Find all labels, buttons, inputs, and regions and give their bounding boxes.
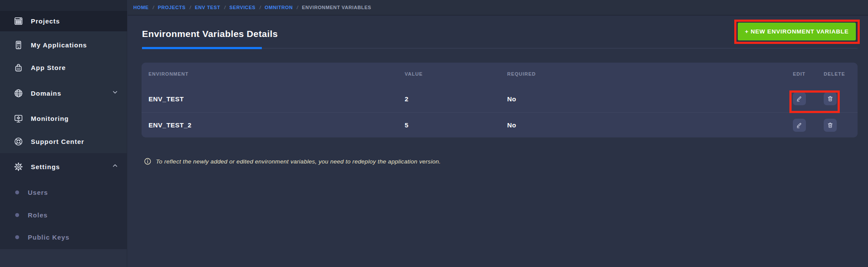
- sidebar-subitem-users[interactable]: Users: [0, 184, 127, 201]
- edit-button[interactable]: [793, 119, 806, 132]
- column-header-edit: EDIT: [793, 63, 805, 85]
- breadcrumb-separator: /: [224, 5, 225, 10]
- sidebar-item-my-applications[interactable]: My Applications: [0, 33, 127, 56]
- pencil-icon: [796, 122, 803, 129]
- sidebar-subitem-public-keys[interactable]: Public Keys: [0, 228, 127, 246]
- sidebar-item-app-store[interactable]: App Store: [0, 56, 127, 79]
- redeploy-note-text: To reflect the newly added or edited env…: [156, 158, 441, 165]
- trash-icon: [827, 122, 834, 129]
- domains-icon: [13, 88, 23, 98]
- title-accent-underline: [142, 47, 262, 49]
- cell-value: 2: [405, 85, 409, 112]
- breadcrumb-link-omnitron[interactable]: OMNITRON: [265, 5, 293, 10]
- cell-delete: [824, 113, 837, 137]
- cell-required: No: [507, 113, 516, 137]
- column-header-value: VALUE: [405, 63, 422, 85]
- breadcrumb-current: ENVIRONMENT VARIABLES: [302, 5, 371, 10]
- cell-environment: ENV_TEST_2: [149, 113, 191, 137]
- cell-value: 5: [405, 113, 409, 137]
- redeploy-note: To reflect the newly added or edited env…: [144, 157, 441, 165]
- sidebar-subitem-label: Users: [28, 189, 48, 196]
- breadcrumb-separator: /: [152, 5, 154, 10]
- column-header-delete: DELETE: [824, 63, 845, 85]
- app-store-icon: [13, 62, 23, 73]
- sidebar-item-support-center[interactable]: Support Center: [0, 130, 127, 153]
- sidebar-item-label: Support Center: [31, 138, 84, 145]
- column-header-environment: ENVIRONMENT: [149, 63, 188, 85]
- breadcrumb-link-env-test[interactable]: ENV TEST: [195, 5, 221, 10]
- sidebar-item-label: Settings: [31, 163, 60, 170]
- sidebar-item-label: Projects: [31, 17, 60, 25]
- cell-required: No: [507, 85, 516, 112]
- sidebar-top-strip: [0, 0, 127, 11]
- delete-button[interactable]: [824, 119, 837, 132]
- bullet-icon: [15, 235, 19, 239]
- breadcrumb-link-projects[interactable]: PROJECTS: [158, 5, 185, 10]
- sidebar-item-projects[interactable]: Projects: [0, 11, 127, 31]
- environment-variables-table: ENVIRONMENT VALUE REQUIRED EDIT DELETE E…: [142, 63, 858, 137]
- chevron-up-icon: [112, 162, 119, 171]
- breadcrumb-separator: /: [260, 5, 261, 10]
- sidebar-subitem-label: Roles: [28, 211, 48, 219]
- sidebar-item-monitoring[interactable]: Monitoring: [0, 107, 127, 130]
- breadcrumb-separator: /: [190, 5, 191, 10]
- sidebar-item-settings[interactable]: Settings: [0, 155, 127, 178]
- support-icon: [13, 136, 23, 147]
- settings-icon: [13, 161, 23, 172]
- sidebar-subitem-roles[interactable]: Roles: [0, 206, 127, 224]
- table-row: ENV_TEST 2 No: [142, 85, 858, 112]
- table-row: ENV_TEST_2 5 No: [142, 112, 858, 137]
- bullet-icon: [15, 213, 19, 217]
- chevron-down-icon: [112, 89, 119, 97]
- breadcrumb-link-home[interactable]: HOME: [133, 5, 149, 10]
- sidebar-item-label: My Applications: [31, 41, 87, 49]
- bullet-icon: [15, 190, 19, 194]
- sidebar: Projects My Applications: [0, 0, 127, 267]
- column-header-required: REQUIRED: [507, 63, 536, 85]
- sidebar-item-label: App Store: [31, 64, 66, 71]
- cell-environment: ENV_TEST: [149, 85, 184, 112]
- sidebar-item-domains[interactable]: Domains: [0, 82, 127, 104]
- breadcrumb-separator: /: [297, 5, 298, 10]
- applications-icon: [13, 40, 23, 50]
- breadcrumb: HOME / PROJECTS / ENV TEST / SERVICES / …: [128, 0, 868, 16]
- sidebar-item-label: Domains: [31, 90, 61, 97]
- app-window: Projects My Applications: [0, 0, 868, 267]
- sidebar-subitem-label: Public Keys: [28, 234, 69, 241]
- sidebar-item-label: Monitoring: [31, 115, 69, 122]
- page-title: Environment Variables Details: [142, 29, 278, 39]
- breadcrumb-link-services[interactable]: SERVICES: [229, 5, 255, 10]
- monitoring-icon: [13, 113, 23, 123]
- annotation-box-row-actions: [789, 90, 840, 113]
- sidebar-bottom-strip: [0, 249, 127, 267]
- cell-edit: [793, 113, 806, 137]
- projects-icon: [13, 16, 23, 27]
- new-environment-variable-button[interactable]: + NEW ENVIRONMENT VARIABLE: [738, 23, 856, 40]
- table-header-row: ENVIRONMENT VALUE REQUIRED EDIT DELETE: [142, 63, 858, 85]
- info-icon: [144, 157, 152, 165]
